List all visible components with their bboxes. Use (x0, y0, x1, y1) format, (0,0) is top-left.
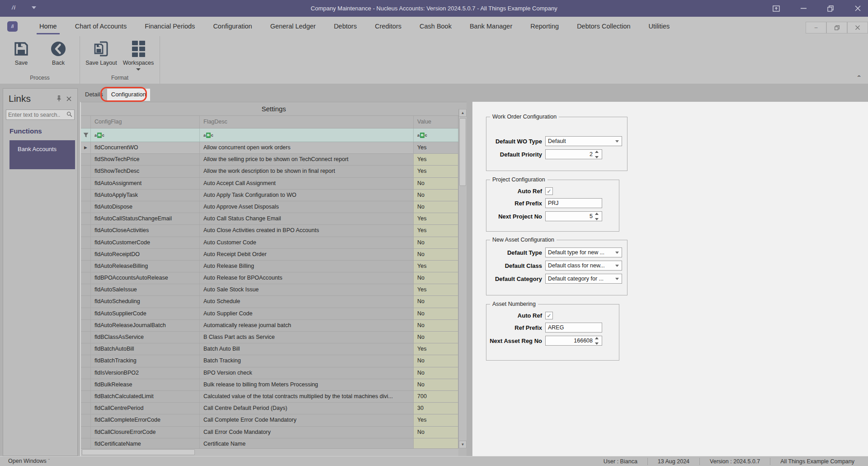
links-search-box[interactable] (6, 109, 75, 120)
cell-value[interactable]: No (414, 332, 458, 343)
popup-window-icon[interactable] (769, 2, 783, 15)
cell-value[interactable] (414, 438, 458, 448)
cell-value[interactable]: Yes (414, 414, 458, 426)
cell-flagdesc[interactable]: Auto Release for BPOAccounts (200, 272, 414, 284)
pin-icon[interactable] (54, 94, 64, 104)
table-row[interactable]: fldAutoCloseActivitiesAuto Close Activit… (81, 225, 467, 237)
cell-configflag[interactable]: fldShowTechDesc (91, 166, 200, 177)
open-windows-button[interactable]: Open Windowsˇ (8, 458, 50, 464)
cell-configflag[interactable]: fldAutoCloseActivities (91, 225, 200, 236)
cell-flagdesc[interactable]: Auto Approve Asset Disposals (200, 201, 414, 213)
table-row[interactable]: fldAutoAssignmentAuto Accept Call Assign… (81, 178, 467, 190)
cell-flagdesc[interactable]: Auto Supplier Code (200, 308, 414, 319)
cell-value[interactable]: Yes (414, 284, 458, 295)
cell-value[interactable]: 700 (414, 391, 458, 402)
mdi-close-button[interactable] (847, 22, 868, 33)
cell-flagdesc[interactable]: Auto Customer Code (200, 237, 414, 248)
chevron-down-icon[interactable] (615, 252, 619, 254)
mdi-restore-button[interactable] (826, 22, 847, 33)
table-row[interactable]: fldShowTechDescAllow the work descriptio… (81, 166, 467, 177)
cell-configflag[interactable]: fldAutoScheduling (91, 296, 200, 307)
ref-prefix-field[interactable]: AREG (545, 323, 602, 333)
search-input[interactable] (8, 112, 66, 118)
table-row[interactable]: fldCallClosureErrorCodeCall Error Code M… (81, 427, 467, 438)
cell-value[interactable]: No (414, 367, 458, 379)
save-layout-button[interactable]: Save Layout (85, 39, 118, 71)
cell-value[interactable]: No (414, 379, 458, 390)
cell-value[interactable]: No (414, 427, 458, 438)
cell-flagdesc[interactable]: Bulk release to billing from Meters Proc… (200, 379, 414, 390)
cell-flagdesc[interactable]: Auto Release Billing (200, 261, 414, 272)
table-row[interactable]: fldBatchAutoBillBatch Auto BillYes (81, 343, 467, 355)
cell-configflag[interactable]: fldAutoReleaseJournalBatch (91, 320, 200, 331)
cell-value[interactable]: Yes (414, 261, 458, 272)
horizontal-scrollbar[interactable] (81, 448, 458, 456)
cell-configflag[interactable]: fldAutoReleaseBilling (91, 261, 200, 272)
cell-value[interactable]: Yes (414, 213, 458, 224)
filter-cell-value[interactable]: aBc (414, 128, 458, 142)
cell-value[interactable]: Yes (414, 225, 458, 236)
cell-flagdesc[interactable]: Auto Apply Task Configuration to WO (200, 190, 414, 201)
ribbon-tab-general-ledger[interactable]: General Ledger (269, 17, 317, 36)
cell-configflag[interactable]: fldBatchTracking (91, 355, 200, 366)
table-row[interactable]: fldAutoDisposeAuto Approve Asset Disposa… (81, 201, 467, 213)
ref-prefix-field[interactable]: PRJ (545, 198, 602, 208)
ribbon-tab-debtors-collection[interactable]: Debtors Collection (576, 17, 631, 36)
cell-value[interactable]: No (414, 355, 458, 366)
cell-value[interactable]: Yes (414, 142, 458, 153)
filter-funnel-icon[interactable] (81, 128, 91, 142)
cell-flagdesc[interactable]: BPO Version check (200, 367, 414, 379)
table-row[interactable]: fldBPOAccountsAutoReleaseAuto Release fo… (81, 272, 467, 284)
ribbon-tab-reporting[interactable]: Reporting (529, 17, 560, 36)
cell-value[interactable]: Yes (414, 343, 458, 355)
cell-configflag[interactable]: fldCallCompleteErrorCode (91, 414, 200, 426)
app-icon[interactable]: /i (7, 21, 18, 32)
cell-configflag[interactable]: fldCallCentrePeriod (91, 403, 200, 414)
cell-configflag[interactable]: fldConcurrentWO (91, 142, 200, 153)
cell-flagdesc[interactable]: Auto Close Activities created in BPO Acc… (200, 225, 414, 236)
close-button[interactable] (851, 2, 864, 15)
close-panel-icon[interactable] (64, 94, 74, 104)
table-row[interactable]: fldAutoCallStatusChangeEmailAuto Call St… (81, 213, 467, 225)
table-row[interactable]: ▶fldConcurrentWOAllow concurrent open wo… (81, 142, 467, 154)
cell-flagdesc[interactable]: Batch Auto Bill (200, 343, 414, 355)
stepper-arrows[interactable] (595, 213, 600, 220)
table-row[interactable]: fldShowTechPriceAllow the selling price … (81, 154, 467, 166)
cell-configflag[interactable]: fldAutoReceiptDO (91, 249, 200, 260)
cell-configflag[interactable]: fldAutoApplyTask (91, 190, 200, 201)
workspaces-button[interactable]: Workspaces (122, 39, 155, 71)
search-icon[interactable] (66, 111, 72, 119)
cell-value[interactable]: No (414, 178, 458, 189)
cell-configflag[interactable]: fldShowTechPrice (91, 154, 200, 165)
table-row[interactable]: fldBulkReleaseBulk release to billing fr… (81, 379, 467, 391)
ribbon-tab-debtors[interactable]: Debtors (333, 17, 358, 36)
vertical-scroll-thumb[interactable] (459, 118, 466, 186)
chevron-down-icon[interactable] (615, 140, 619, 143)
cell-configflag[interactable]: fldAutoSupplierCode (91, 308, 200, 319)
table-row[interactable]: fldBClassAsServiceB Class Part acts as S… (81, 332, 467, 343)
table-row[interactable]: fldCallCentrePeriodCall Centre Default P… (81, 403, 467, 414)
cell-value[interactable]: No (414, 249, 458, 260)
cell-value[interactable]: No (414, 237, 458, 248)
next-asset-reg-no-stepper[interactable]: 166608 (545, 336, 602, 346)
table-row[interactable]: fldBatchTrackingBatch TrackingNo (81, 355, 467, 367)
table-row[interactable]: fldIsVersionBPO2BPO Version checkNo (81, 367, 467, 379)
chevron-down-icon[interactable] (615, 278, 619, 280)
cell-flagdesc[interactable]: Calculated value of the total contracts … (200, 391, 414, 402)
scroll-down-icon[interactable]: ▼ (459, 441, 467, 448)
chevron-down-icon[interactable] (136, 68, 141, 71)
ribbon-tab-utilities[interactable]: Utilities (648, 17, 671, 36)
cell-value[interactable]: Yes (414, 166, 458, 177)
table-row[interactable]: fldAutoCustomerCodeAuto Customer CodeNo (81, 237, 467, 249)
minimize-button[interactable] (797, 2, 810, 15)
table-row[interactable]: fldAutoSupplierCodeAuto Supplier CodeNo (81, 308, 467, 320)
table-row[interactable]: fldBatchCalculatedLimitCalculated value … (81, 391, 467, 403)
cell-value[interactable]: No (414, 296, 458, 307)
cell-flagdesc[interactable]: B Class Part acts as Service (200, 332, 414, 343)
scroll-up-icon[interactable]: ▲ (459, 109, 467, 117)
cell-value[interactable]: No (414, 320, 458, 331)
cell-configflag[interactable]: fldAutoCallStatusChangeEmail (91, 213, 200, 224)
cell-flagdesc[interactable]: Auto Receipt Debit Order (200, 249, 414, 260)
cell-flagdesc[interactable]: Auto Accept Call Assignment (200, 178, 414, 189)
column-header-configflag[interactable]: ConfigFlag (91, 116, 200, 128)
